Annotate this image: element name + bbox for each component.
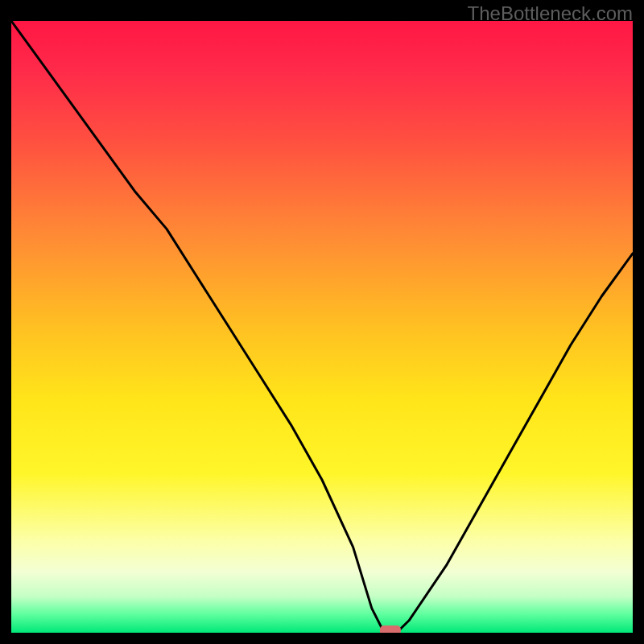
gradient-background [11,21,633,633]
minimum-marker [380,625,401,633]
chart-container: TheBottleneck.com [0,0,644,644]
watermark-text: TheBottleneck.com [468,2,633,25]
plot-area [11,21,633,633]
bottleneck-chart [11,21,633,633]
